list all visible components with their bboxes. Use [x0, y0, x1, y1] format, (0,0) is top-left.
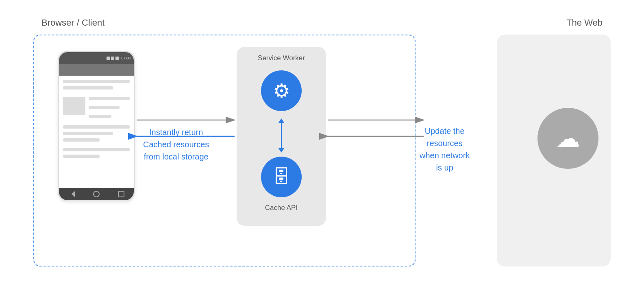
instantly-return-line: Instantly return	[149, 128, 203, 137]
service-worker-label: Service Worker	[258, 54, 305, 62]
cached-resources-line: Cached resources	[143, 140, 209, 149]
gear-icon: ⚙	[273, 79, 290, 102]
phone-time: 07:00	[121, 56, 131, 60]
arrow-line	[281, 123, 282, 148]
service-worker-box: Service Worker ⚙ 🗄 Cache API	[237, 47, 326, 226]
phone-statusbar: 07:00	[59, 52, 134, 64]
arrow-head-up	[278, 118, 285, 123]
content-line-5	[63, 138, 100, 142]
database-icon: 🗄	[272, 167, 290, 187]
cache-api-label: Cache API	[265, 204, 298, 212]
battery-icon	[115, 57, 119, 60]
content-line-2	[63, 86, 113, 90]
recents-btn	[118, 191, 124, 197]
content-lines	[89, 97, 130, 121]
resources-line: resources	[427, 139, 463, 148]
block-line-2	[89, 106, 120, 109]
browser-client-label: Browser / Client	[41, 17, 104, 28]
is-up-line: is up	[436, 163, 453, 172]
content-line-6	[63, 148, 130, 151]
back-btn	[68, 191, 75, 197]
instantly-return-text: Instantly return Cached resources from l…	[143, 126, 209, 163]
cloud-icon: ☁	[556, 124, 580, 153]
block-line-1	[89, 97, 130, 100]
content-line-7	[63, 155, 100, 158]
vertical-arrow	[278, 118, 285, 153]
cloud-circle: ☁	[537, 108, 598, 169]
phone-nav	[59, 188, 134, 200]
phone-toolbar	[59, 64, 134, 76]
gear-circle: ⚙	[261, 70, 302, 111]
content-line-1	[63, 80, 130, 83]
wifi-icon	[107, 57, 110, 60]
the-web-label: The Web	[566, 17, 603, 28]
block-line-3	[89, 115, 111, 118]
phone-status-icons	[107, 57, 119, 60]
update-the-line: Update the	[425, 127, 465, 135]
update-text: Update the resources when network is up	[420, 125, 470, 174]
signal-icon	[111, 57, 114, 60]
from-local-storage-line: from local storage	[144, 152, 209, 161]
content-block-1	[63, 97, 130, 121]
arrow-head-down	[278, 148, 285, 153]
phone-mockup: 07:00	[58, 51, 135, 201]
content-line-4	[63, 132, 113, 135]
when-network-line: when network	[420, 151, 470, 160]
content-image	[63, 97, 85, 115]
home-btn	[93, 191, 100, 197]
phone-content	[59, 76, 134, 165]
diagram: Browser / Client The Web 07:00	[17, 10, 627, 287]
db-circle: 🗄	[261, 157, 302, 197]
content-line-3	[63, 125, 130, 129]
